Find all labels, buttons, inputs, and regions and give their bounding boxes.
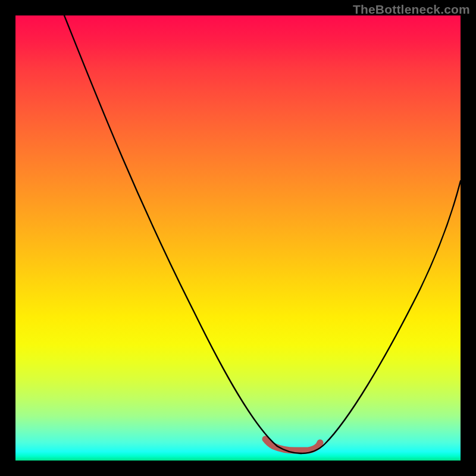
bottom-highlight [265,439,320,450]
chart-plot-area [15,15,461,461]
chart-svg [15,15,461,461]
watermark-text: TheBottleneck.com [353,2,470,17]
curve-right [301,181,461,453]
chart-frame: TheBottleneck.com [0,0,476,476]
curve-left [64,15,301,453]
